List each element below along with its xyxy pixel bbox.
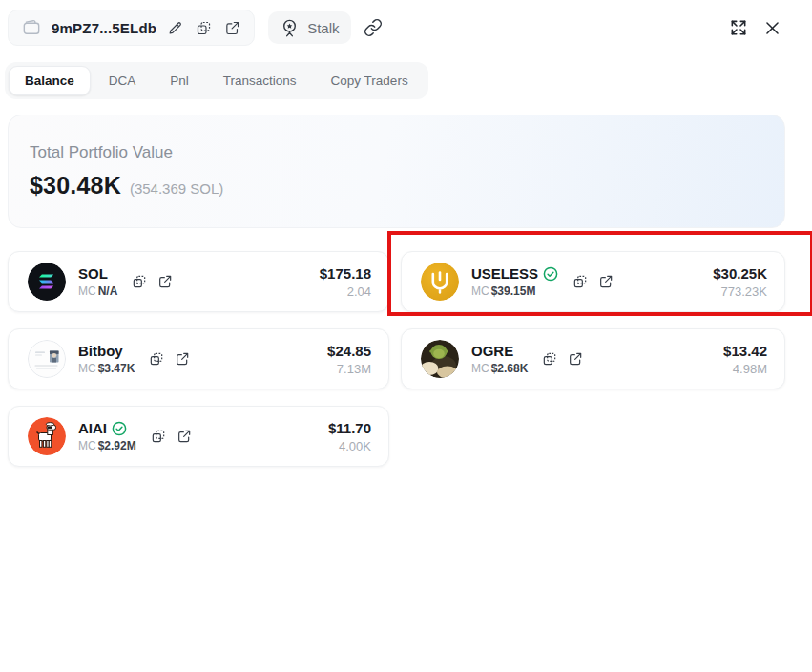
token-name: OGRE bbox=[471, 343, 513, 359]
market-cap-value: $2.68K bbox=[491, 362, 529, 375]
token-name: Bitboy bbox=[78, 343, 123, 359]
token-values: $11.70 4.00K bbox=[328, 420, 371, 453]
token-amount: 2.04 bbox=[320, 284, 371, 299]
portfolio-sol-equivalent: (354.369 SOL) bbox=[130, 180, 223, 197]
copy-icon[interactable] bbox=[151, 429, 166, 444]
copy-icon[interactable] bbox=[573, 274, 588, 289]
token-name: USELESS bbox=[471, 265, 538, 282]
wallet-tracker-panel: 9mPZ7...5ELdb bbox=[0, 0, 812, 672]
bitboy-logo bbox=[28, 340, 66, 378]
external-link-icon[interactable] bbox=[568, 351, 583, 367]
useless-logo bbox=[421, 262, 459, 301]
portfolio-value-row: $30.48K (354.369 SOL) bbox=[30, 172, 784, 200]
token-actions bbox=[151, 429, 192, 444]
verified-badge-icon bbox=[543, 266, 558, 282]
tab-balance[interactable]: Balance bbox=[9, 66, 91, 95]
window-controls bbox=[729, 18, 804, 37]
market-cap-value: $2.92M bbox=[98, 439, 136, 452]
tab-transactions[interactable]: Transactions bbox=[207, 66, 313, 95]
tab-dca[interactable]: DCA bbox=[93, 66, 153, 95]
portfolio-summary-card: Total Portfolio Value $30.48K (354.369 S… bbox=[8, 115, 785, 228]
token-usd-value: $11.70 bbox=[328, 420, 371, 436]
tab-label: Copy Traders bbox=[331, 74, 408, 88]
copy-icon[interactable] bbox=[196, 20, 212, 36]
token-name: SOL bbox=[78, 265, 108, 282]
expand-icon[interactable] bbox=[729, 18, 748, 37]
tab-label: Transactions bbox=[223, 74, 297, 88]
wallet-address-pill[interactable]: 9mPZ7...5ELdb bbox=[8, 10, 255, 46]
token-card-ogre[interactable]: OGRE MC$2.68K bbox=[401, 328, 785, 389]
token-info: AIAI MC$2.92M bbox=[78, 420, 136, 452]
token-values: $175.18 2.04 bbox=[320, 265, 371, 299]
verified-badge-icon bbox=[112, 421, 127, 436]
stalk-icon bbox=[280, 18, 300, 38]
token-amount: 4.00K bbox=[328, 439, 371, 453]
aiai-logo bbox=[28, 417, 66, 455]
tab-label: DCA bbox=[109, 74, 136, 88]
portfolio-title: Total Portfolio Value bbox=[30, 143, 784, 162]
copy-icon[interactable] bbox=[132, 274, 147, 289]
token-actions bbox=[573, 274, 614, 289]
tab-label: Balance bbox=[25, 74, 74, 88]
external-link-icon[interactable] bbox=[177, 429, 192, 444]
tab-bar: Balance DCA Pnl Transactions Copy Trader… bbox=[5, 62, 428, 99]
wallet-icon bbox=[22, 18, 41, 37]
wallet-address: 9mPZ7...5ELdb bbox=[52, 20, 156, 36]
external-link-icon[interactable] bbox=[224, 20, 240, 36]
market-cap-value: $3.47K bbox=[98, 362, 135, 375]
market-cap-label: MC bbox=[78, 362, 96, 375]
tab-copy-traders[interactable]: Copy Traders bbox=[315, 66, 425, 95]
solana-logo bbox=[28, 262, 66, 301]
ogre-logo bbox=[421, 340, 459, 378]
token-actions bbox=[149, 351, 190, 367]
token-usd-value: $175.18 bbox=[320, 265, 371, 282]
token-amount: 7.13M bbox=[327, 362, 371, 376]
token-values: $13.42 4.98M bbox=[723, 343, 767, 376]
token-info: USELESS MC$39.15M bbox=[471, 265, 558, 298]
token-card-useless[interactable]: USELESS MC$39.15M bbox=[401, 251, 785, 312]
token-values: $30.25K 773.23K bbox=[713, 265, 767, 299]
token-usd-value: $24.85 bbox=[327, 343, 371, 359]
header-bar: 9mPZ7...5ELdb bbox=[8, 10, 804, 46]
market-cap-label: MC bbox=[471, 284, 489, 298]
token-actions bbox=[542, 351, 583, 367]
token-info: Bitboy MC$3.47K bbox=[78, 343, 135, 375]
token-info: SOL MCN/A bbox=[78, 265, 117, 298]
market-cap-label: MC bbox=[78, 439, 96, 452]
token-usd-value: $30.25K bbox=[713, 265, 767, 282]
token-usd-value: $13.42 bbox=[723, 343, 767, 359]
link-icon[interactable] bbox=[364, 18, 383, 37]
token-actions bbox=[132, 274, 173, 289]
market-cap-label: MC bbox=[78, 284, 96, 298]
tab-label: Pnl bbox=[170, 74, 189, 88]
token-amount: 4.98M bbox=[723, 362, 767, 376]
token-card-aiai[interactable]: AIAI MC$2.92M bbox=[8, 406, 389, 467]
market-cap-label: MC bbox=[471, 362, 489, 375]
external-link-icon[interactable] bbox=[157, 274, 173, 289]
token-name: AIAI bbox=[78, 420, 107, 436]
close-icon[interactable] bbox=[763, 19, 781, 37]
edit-icon[interactable] bbox=[167, 20, 183, 36]
token-card-sol[interactable]: SOL MCN/A bbox=[8, 251, 389, 312]
stalk-label: Stalk bbox=[307, 20, 339, 36]
token-values: $24.85 7.13M bbox=[327, 343, 371, 376]
stalk-button[interactable]: Stalk bbox=[268, 11, 350, 44]
market-cap-value: $39.15M bbox=[491, 284, 536, 298]
tab-pnl[interactable]: Pnl bbox=[154, 66, 205, 95]
external-link-icon[interactable] bbox=[175, 351, 190, 367]
token-card-bitboy[interactable]: Bitboy MC$3.47K bbox=[8, 328, 389, 389]
copy-icon[interactable] bbox=[149, 351, 164, 367]
copy-icon[interactable] bbox=[542, 351, 557, 367]
token-info: OGRE MC$2.68K bbox=[471, 343, 528, 375]
market-cap-value: N/A bbox=[98, 284, 118, 298]
token-amount: 773.23K bbox=[713, 284, 767, 299]
token-grid: SOL MCN/A bbox=[8, 251, 785, 467]
external-link-icon[interactable] bbox=[598, 274, 614, 289]
portfolio-total-value: $30.48K bbox=[30, 172, 121, 200]
